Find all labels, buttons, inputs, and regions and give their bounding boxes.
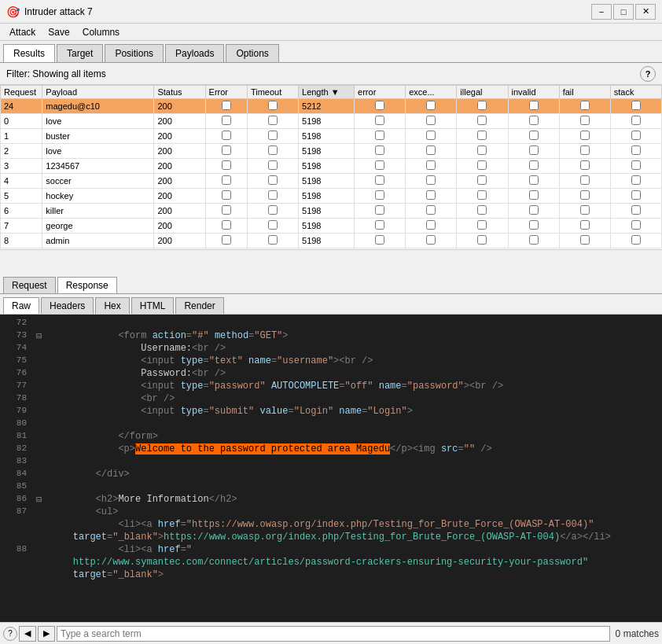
cell-checkbox[interactable]: [268, 190, 278, 200]
menu-attack[interactable]: Attack: [3, 25, 42, 39]
cell-checkbox[interactable]: [580, 145, 590, 155]
cell-checkbox[interactable]: [222, 131, 231, 140]
menu-save[interactable]: Save: [42, 25, 75, 39]
cell-checkbox[interactable]: [529, 205, 539, 215]
cell-checkbox[interactable]: [529, 101, 539, 110]
cell-checkbox[interactable]: [268, 131, 278, 140]
col-header-length[interactable]: Length ▼: [299, 86, 355, 99]
tab-request[interactable]: Request: [3, 277, 56, 293]
cell-checkbox[interactable]: [580, 160, 590, 170]
search-prev-button[interactable]: ◀: [19, 626, 36, 642]
cell-checkbox[interactable]: [268, 160, 278, 170]
tab-positions[interactable]: Positions: [105, 44, 164, 62]
cell-checkbox[interactable]: [426, 205, 436, 215]
code-tab-raw[interactable]: Raw: [3, 297, 39, 314]
cell-checkbox[interactable]: [529, 116, 539, 125]
cell-checkbox[interactable]: [222, 205, 231, 215]
code-tab-headers[interactable]: Headers: [41, 297, 94, 314]
col-header-error2[interactable]: error: [355, 86, 406, 99]
cell-checkbox[interactable]: [631, 145, 641, 155]
col-header-illegal[interactable]: illegal: [457, 86, 508, 99]
cell-checkbox[interactable]: [529, 145, 539, 155]
cell-checkbox[interactable]: [426, 160, 436, 170]
col-header-status[interactable]: Status: [154, 86, 205, 99]
cell-checkbox[interactable]: [477, 160, 487, 170]
cell-checkbox[interactable]: [375, 160, 384, 170]
cell-checkbox[interactable]: [631, 116, 641, 125]
cell-checkbox[interactable]: [580, 205, 590, 215]
menu-columns[interactable]: Columns: [76, 25, 126, 39]
code-tab-render[interactable]: Render: [175, 297, 223, 314]
cell-checkbox[interactable]: [268, 205, 278, 215]
cell-checkbox[interactable]: [631, 101, 641, 110]
cell-checkbox[interactable]: [580, 220, 590, 230]
cell-checkbox[interactable]: [268, 145, 278, 155]
cell-checkbox[interactable]: [222, 235, 231, 245]
code-tab-hex[interactable]: Hex: [95, 297, 129, 314]
cell-checkbox[interactable]: [268, 175, 278, 185]
cell-checkbox[interactable]: [580, 175, 590, 185]
cell-checkbox[interactable]: [477, 220, 487, 230]
cell-checkbox[interactable]: [426, 131, 436, 140]
search-help-button[interactable]: ?: [3, 627, 17, 641]
cell-checkbox[interactable]: [631, 160, 641, 170]
search-next-button[interactable]: ▶: [38, 626, 55, 642]
filter-help-button[interactable]: ?: [640, 66, 656, 82]
cell-checkbox[interactable]: [375, 175, 384, 185]
tab-target[interactable]: Target: [57, 44, 103, 62]
tab-response[interactable]: Response: [57, 277, 117, 293]
col-header-stack[interactable]: stack: [610, 86, 661, 99]
code-tab-html[interactable]: HTML: [131, 297, 175, 314]
cell-checkbox[interactable]: [426, 101, 436, 110]
search-input[interactable]: [57, 626, 610, 642]
cell-checkbox[interactable]: [375, 235, 384, 245]
cell-checkbox[interactable]: [375, 205, 384, 215]
cell-checkbox[interactable]: [477, 101, 487, 110]
cell-checkbox[interactable]: [222, 190, 231, 200]
cell-checkbox[interactable]: [631, 235, 641, 245]
fold-icon[interactable]: ⊟: [36, 330, 47, 343]
cell-checkbox[interactable]: [529, 190, 539, 200]
cell-checkbox[interactable]: [426, 116, 436, 125]
cell-checkbox[interactable]: [631, 131, 641, 140]
fold-icon[interactable]: ⊟: [36, 494, 47, 506]
close-button[interactable]: ✕: [635, 4, 656, 20]
cell-checkbox[interactable]: [222, 175, 231, 185]
cell-checkbox[interactable]: [222, 160, 231, 170]
cell-checkbox[interactable]: [477, 116, 487, 125]
maximize-button[interactable]: □: [613, 4, 634, 20]
cell-checkbox[interactable]: [580, 235, 590, 245]
cell-checkbox[interactable]: [268, 116, 278, 125]
cell-checkbox[interactable]: [580, 116, 590, 125]
cell-checkbox[interactable]: [222, 220, 231, 230]
table-row[interactable]: 1buster2005198: [1, 129, 662, 144]
table-row[interactable]: 312345672005198: [1, 159, 662, 174]
cell-checkbox[interactable]: [426, 220, 436, 230]
col-header-error[interactable]: Error: [205, 86, 247, 99]
col-header-request[interactable]: Request: [1, 86, 42, 99]
cell-checkbox[interactable]: [529, 235, 539, 245]
cell-checkbox[interactable]: [477, 190, 487, 200]
col-header-exce[interactable]: exce...: [406, 86, 457, 99]
cell-checkbox[interactable]: [631, 190, 641, 200]
cell-checkbox[interactable]: [268, 235, 278, 245]
cell-checkbox[interactable]: [477, 205, 487, 215]
cell-checkbox[interactable]: [529, 175, 539, 185]
cell-checkbox[interactable]: [631, 220, 641, 230]
cell-checkbox[interactable]: [222, 101, 231, 110]
cell-checkbox[interactable]: [477, 235, 487, 245]
cell-checkbox[interactable]: [580, 190, 590, 200]
tab-results[interactable]: Results: [3, 44, 55, 62]
cell-checkbox[interactable]: [375, 101, 384, 110]
cell-checkbox[interactable]: [529, 220, 539, 230]
cell-checkbox[interactable]: [477, 131, 487, 140]
cell-checkbox[interactable]: [529, 131, 539, 140]
cell-checkbox[interactable]: [580, 131, 590, 140]
table-row[interactable]: 2love2005198: [1, 144, 662, 159]
cell-checkbox[interactable]: [426, 175, 436, 185]
cell-checkbox[interactable]: [375, 190, 384, 200]
table-row[interactable]: 6killer2005198: [1, 204, 662, 219]
cell-checkbox[interactable]: [631, 175, 641, 185]
table-row[interactable]: 8admin2005198: [1, 234, 662, 248]
col-header-payload[interactable]: Payload: [42, 86, 154, 99]
